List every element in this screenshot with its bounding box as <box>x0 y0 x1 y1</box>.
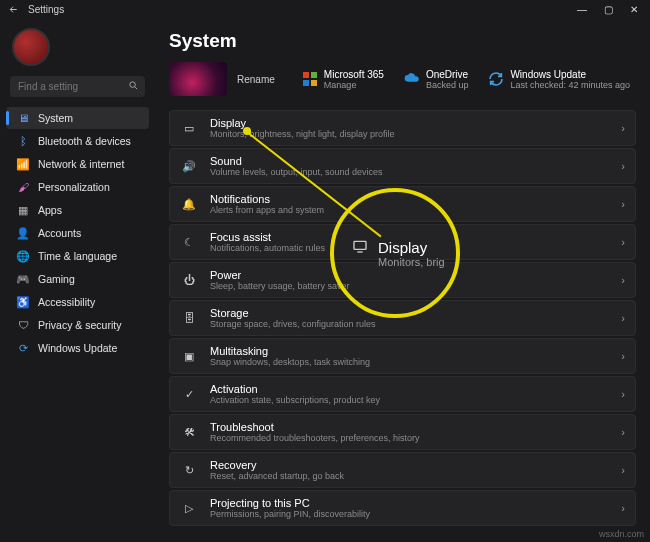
row-icon: 🔊 <box>180 157 198 175</box>
nav-icon: ▦ <box>16 203 30 217</box>
sidebar: 🖥SystemᛒBluetooth & devices📶Network & in… <box>0 18 155 542</box>
watermark: wsxdn.com <box>599 529 644 539</box>
svg-rect-3 <box>303 80 309 86</box>
tile-title: OneDrive <box>426 69 469 80</box>
tile-windows-update[interactable]: Windows UpdateLast checked: 42 minutes a… <box>488 69 630 90</box>
nav-icon: 🛡 <box>16 318 30 332</box>
tile-microsoft-[interactable]: Microsoft 365Manage <box>302 69 384 90</box>
row-multitasking[interactable]: ▣MultitaskingSnap windows, desktops, tas… <box>169 338 636 374</box>
row-activation[interactable]: ✓ActivationActivation state, subscriptio… <box>169 376 636 412</box>
row-title: Multitasking <box>210 345 370 357</box>
sidebar-item-label: Time & language <box>38 250 117 262</box>
sidebar-item-label: Accounts <box>38 227 81 239</box>
chevron-right-icon: › <box>621 236 625 248</box>
nav-icon: 🎮 <box>16 272 30 286</box>
sidebar-item-gaming[interactable]: 🎮Gaming <box>6 268 149 290</box>
row-sub: Notifications, automatic rules <box>210 243 325 253</box>
svg-rect-4 <box>311 80 317 86</box>
tile-sub: Manage <box>324 80 384 90</box>
row-title: Projecting to this PC <box>210 497 370 509</box>
sidebar-item-network-internet[interactable]: 📶Network & internet <box>6 153 149 175</box>
nav-icon: ᛒ <box>16 134 30 148</box>
winupdate-icon <box>488 71 504 87</box>
tile-onedrive[interactable]: OneDriveBacked up <box>404 69 469 90</box>
nav-icon: ⟳ <box>16 341 30 355</box>
row-sub: Reset, advanced startup, go back <box>210 471 344 481</box>
sidebar-item-label: Apps <box>38 204 62 216</box>
chevron-right-icon: › <box>621 426 625 438</box>
row-sub: Storage space, drives, configuration rul… <box>210 319 376 329</box>
svg-point-0 <box>130 82 136 88</box>
display-icon <box>352 238 368 256</box>
row-icon: 🛠 <box>180 423 198 441</box>
row-title: Focus assist <box>210 231 325 243</box>
row-title: Storage <box>210 307 376 319</box>
sidebar-item-label: System <box>38 112 73 124</box>
row-icon: ▷ <box>180 499 198 517</box>
row-title: Display <box>210 117 395 129</box>
maximize-button[interactable]: ▢ <box>602 4 614 15</box>
row-sound[interactable]: 🔊SoundVolume levels, output, input, soun… <box>169 148 636 184</box>
row-title: Troubleshoot <box>210 421 420 433</box>
minimize-button[interactable]: — <box>576 4 588 15</box>
row-troubleshoot[interactable]: 🛠TroubleshootRecommended troubleshooters… <box>169 414 636 450</box>
onedrive-icon <box>404 71 420 87</box>
row-sub: Recommended troubleshooters, preferences… <box>210 433 420 443</box>
chevron-right-icon: › <box>621 160 625 172</box>
row-sub: Activation state, subscriptions, product… <box>210 395 380 405</box>
row-icon: ☾ <box>180 233 198 251</box>
svg-rect-1 <box>303 72 309 78</box>
sidebar-item-label: Gaming <box>38 273 75 285</box>
search-input[interactable] <box>10 76 145 97</box>
row-icon: ▣ <box>180 347 198 365</box>
row-icon: 🗄 <box>180 309 198 327</box>
callout-title: Display <box>378 239 427 256</box>
rename-link[interactable]: Rename <box>237 74 275 85</box>
chevron-right-icon: › <box>621 388 625 400</box>
row-projecting-to-this-pc[interactable]: ▷Projecting to this PCPermissions, pairi… <box>169 490 636 526</box>
row-display[interactable]: ▭DisplayMonitors, brightness, night ligh… <box>169 110 636 146</box>
sidebar-item-bluetooth-devices[interactable]: ᛒBluetooth & devices <box>6 130 149 152</box>
ms365-icon <box>302 71 318 87</box>
sidebar-item-accounts[interactable]: 👤Accounts <box>6 222 149 244</box>
nav-icon: 🌐 <box>16 249 30 263</box>
desktop-thumbnail[interactable] <box>169 62 227 96</box>
sidebar-item-accessibility[interactable]: ♿Accessibility <box>6 291 149 313</box>
sidebar-item-label: Bluetooth & devices <box>38 135 131 147</box>
tile-title: Microsoft 365 <box>324 69 384 80</box>
row-title: Activation <box>210 383 380 395</box>
nav-icon: 📶 <box>16 157 30 171</box>
sidebar-item-label: Privacy & security <box>38 319 121 331</box>
close-button[interactable]: ✕ <box>628 4 640 15</box>
avatar[interactable] <box>12 28 50 66</box>
nav-icon: 👤 <box>16 226 30 240</box>
back-button[interactable] <box>4 0 22 18</box>
row-sub: Monitors, brightness, night light, displ… <box>210 129 395 139</box>
row-icon: 🔔 <box>180 195 198 213</box>
row-sub: Permissions, pairing PIN, discoverabilit… <box>210 509 370 519</box>
nav-icon: 🖌 <box>16 180 30 194</box>
sidebar-item-time-language[interactable]: 🌐Time & language <box>6 245 149 267</box>
tile-title: Windows Update <box>510 69 630 80</box>
sidebar-item-system[interactable]: 🖥System <box>6 107 149 129</box>
row-title: Sound <box>210 155 383 167</box>
sidebar-item-label: Accessibility <box>38 296 95 308</box>
page-title: System <box>169 30 636 52</box>
sidebar-item-windows-update[interactable]: ⟳Windows Update <box>6 337 149 359</box>
svg-rect-2 <box>311 72 317 78</box>
tile-sub: Last checked: 42 minutes ago <box>510 80 630 90</box>
sidebar-item-label: Personalization <box>38 181 110 193</box>
row-recovery[interactable]: ↻RecoveryReset, advanced startup, go bac… <box>169 452 636 488</box>
app-title: Settings <box>22 4 64 15</box>
sidebar-item-personalization[interactable]: 🖌Personalization <box>6 176 149 198</box>
row-icon: ↻ <box>180 461 198 479</box>
row-sub: Snap windows, desktops, task switching <box>210 357 370 367</box>
sidebar-item-label: Windows Update <box>38 342 117 354</box>
row-title: Recovery <box>210 459 344 471</box>
chevron-right-icon: › <box>621 312 625 324</box>
sidebar-item-privacy-security[interactable]: 🛡Privacy & security <box>6 314 149 336</box>
chevron-right-icon: › <box>621 198 625 210</box>
row-title: Power <box>210 269 350 281</box>
sidebar-item-apps[interactable]: ▦Apps <box>6 199 149 221</box>
highlight-circle: Display Monitors, brig <box>330 188 460 318</box>
